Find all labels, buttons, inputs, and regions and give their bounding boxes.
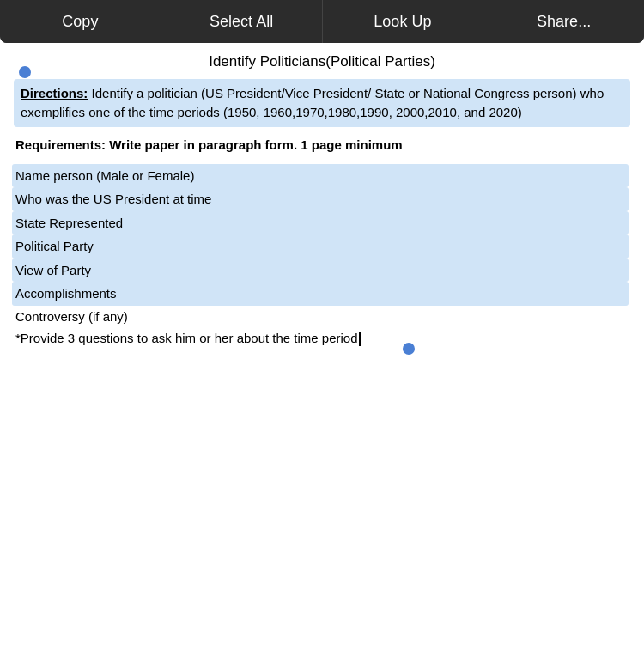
toolbar: Copy Select All Look Up Share...	[0, 0, 644, 43]
list-item-president: Who was the US President at time	[12, 187, 629, 211]
requirements-block: Requirements: Write paper in paragraph f…	[14, 137, 630, 152]
page-title: Identify Politicians(Political Parties)	[0, 43, 644, 79]
content-area: Directions: Identify a politician (US Pr…	[0, 79, 644, 363]
directions-label: Directions:	[21, 86, 88, 100]
list-items: Name person (Male or Female) Who was the…	[14, 164, 630, 350]
directions-block: Directions: Identify a politician (US Pr…	[14, 79, 630, 127]
share-button[interactable]: Share...	[483, 0, 644, 43]
select-all-button[interactable]: Select All	[161, 0, 323, 43]
list-item-state: State Represented	[12, 211, 629, 235]
list-item-name: Name person (Male or Female)	[12, 164, 629, 188]
look-up-button[interactable]: Look Up	[323, 0, 484, 43]
list-item-accomplishments: Accomplishments	[12, 282, 629, 306]
text-cursor	[359, 332, 361, 346]
list-item-controversy: Controversy (if any)	[15, 306, 629, 328]
selection-handle-top[interactable]	[19, 66, 31, 78]
copy-button[interactable]: Copy	[0, 0, 161, 43]
selection-handle-bottom[interactable]	[403, 343, 415, 355]
list-item-party: Political Party	[12, 234, 629, 259]
list-item-view: View of Party	[12, 259, 629, 283]
directions-text: Identify a politician (US President/Vice…	[21, 86, 604, 119]
list-item-questions: *Provide 3 questions to ask him or her a…	[15, 327, 629, 350]
